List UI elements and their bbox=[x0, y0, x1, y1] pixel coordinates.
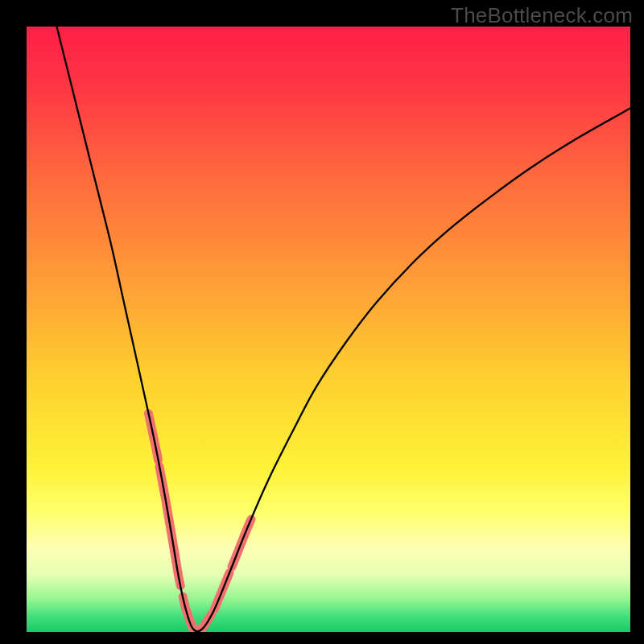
bottleneck-curve bbox=[57, 27, 631, 631]
plot-area bbox=[27, 27, 630, 632]
curve-layer bbox=[27, 27, 630, 632]
watermark-text: TheBottleneck.com bbox=[451, 3, 633, 28]
chart-frame: TheBottleneck.com bbox=[0, 0, 644, 644]
